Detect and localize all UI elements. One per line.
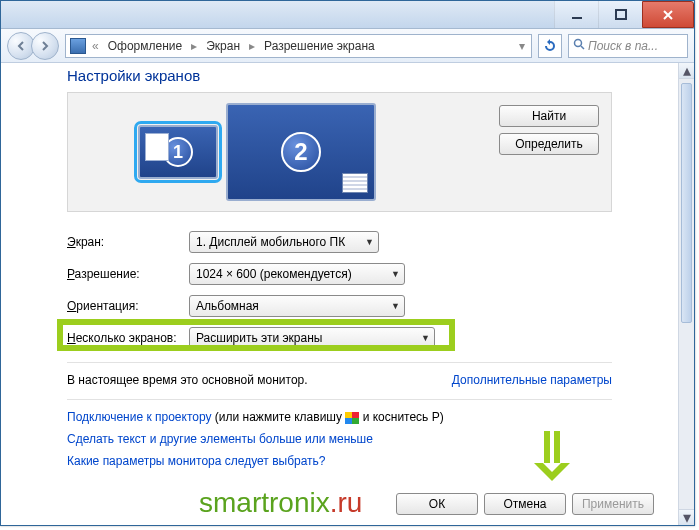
chevron-down-icon: ▼ xyxy=(365,237,374,247)
apply-button[interactable]: Применить xyxy=(572,493,654,515)
projector-link[interactable]: Подключение к проектору xyxy=(67,410,212,424)
which-params-link[interactable]: Какие параметры монитора следует выбрать… xyxy=(67,454,326,468)
svg-point-2 xyxy=(575,40,582,47)
page-title: Настройки экранов xyxy=(1,63,678,92)
primary-monitor-text: В настоящее время это основной монитор. xyxy=(67,373,308,387)
maximize-button[interactable] xyxy=(598,1,642,28)
forward-button[interactable] xyxy=(31,32,59,60)
close-button[interactable] xyxy=(642,1,694,28)
breadcrumb-item[interactable]: Экран xyxy=(203,38,243,54)
monitor-window-icon xyxy=(145,133,169,161)
display-preview: 1 2 Найти Определить xyxy=(67,92,612,212)
chevron-right-icon: ▸ xyxy=(247,39,257,53)
navbar: « Оформление ▸ Экран ▸ Разрешение экрана… xyxy=(1,29,694,63)
field-screen: Экран: 1. Дисплей мобильного ПК▼ xyxy=(1,226,678,258)
resolution-label: Разрешение: xyxy=(67,267,189,281)
preview-buttons: Найти Определить xyxy=(499,105,599,155)
field-resolution: Разрешение: 1024 × 600 (рекомендуется)▼ xyxy=(1,258,678,290)
svg-rect-1 xyxy=(616,10,626,19)
breadcrumb-sep: « xyxy=(90,39,101,53)
screen-label: Экран: xyxy=(67,235,189,249)
detect-button[interactable]: Определить xyxy=(499,133,599,155)
chevron-down-icon: ▼ xyxy=(391,301,400,311)
separator xyxy=(67,362,612,363)
monitors: 1 2 xyxy=(68,103,376,201)
orientation-label: Ориентация: xyxy=(67,299,189,313)
monitor-2[interactable]: 2 xyxy=(226,103,376,201)
control-panel-icon xyxy=(70,38,86,54)
search-icon xyxy=(573,38,585,53)
textsize-line: Сделать текст и другие элементы больше и… xyxy=(1,428,678,450)
chevron-down-icon[interactable]: ▾ xyxy=(517,39,527,53)
scroll-down-icon[interactable]: ▾ xyxy=(679,509,694,525)
chevron-right-icon: ▸ xyxy=(189,39,199,53)
chevron-down-icon: ▼ xyxy=(391,269,400,279)
forward-icon xyxy=(39,40,51,52)
search-placeholder: Поиск в па... xyxy=(588,39,658,53)
titlebar xyxy=(1,1,694,29)
projector-line: Подключение к проектору (или нажмите кла… xyxy=(1,406,678,428)
monitor-number: 2 xyxy=(281,132,321,172)
refresh-button[interactable] xyxy=(538,34,562,58)
minimize-button[interactable] xyxy=(554,1,598,28)
close-icon xyxy=(661,8,675,22)
refresh-icon xyxy=(543,39,557,53)
cancel-button[interactable]: Отмена xyxy=(484,493,566,515)
minimize-icon xyxy=(571,9,583,21)
breadcrumb-item[interactable]: Разрешение экрана xyxy=(261,38,378,54)
orientation-select[interactable]: Альбомная▼ xyxy=(189,295,405,317)
svg-rect-0 xyxy=(572,17,582,19)
separator xyxy=(67,399,612,400)
windows-key-icon xyxy=(345,412,359,424)
search-input[interactable]: Поиск в па... xyxy=(568,34,688,58)
maximize-icon xyxy=(615,9,627,21)
multiple-displays-select[interactable]: Расширить эти экраны▼ xyxy=(189,327,435,349)
scroll-up-icon[interactable]: ▴ xyxy=(679,63,694,79)
resolution-select[interactable]: 1024 × 600 (рекомендуется)▼ xyxy=(189,263,405,285)
find-button[interactable]: Найти xyxy=(499,105,599,127)
primary-monitor-info: В настоящее время это основной монитор. … xyxy=(1,369,678,391)
calendar-icon xyxy=(342,173,368,193)
chevron-down-icon: ▼ xyxy=(421,333,430,343)
breadcrumb-item[interactable]: Оформление xyxy=(105,38,185,54)
field-multiple-displays: Несколько экранов: Расширить эти экраны▼ xyxy=(1,322,678,354)
ok-button[interactable]: ОК xyxy=(396,493,478,515)
multiple-displays-label: Несколько экранов: xyxy=(67,331,189,345)
monitor-1[interactable]: 1 xyxy=(138,125,218,179)
textsize-link[interactable]: Сделать текст и другие элементы больше и… xyxy=(67,432,373,446)
field-orientation: Ориентация: Альбомная▼ xyxy=(1,290,678,322)
scrollbar[interactable]: ▴ ▾ xyxy=(678,63,694,525)
footer-buttons: ОК Отмена Применить xyxy=(396,493,654,515)
advanced-settings-link[interactable]: Дополнительные параметры xyxy=(452,373,612,387)
back-icon xyxy=(15,40,27,52)
scroll-thumb[interactable] xyxy=(681,83,692,323)
which-params-line: Какие параметры монитора следует выбрать… xyxy=(1,450,678,472)
content: Настройки экранов 1 2 Найти Определить Э… xyxy=(1,63,678,525)
address-bar[interactable]: « Оформление ▸ Экран ▸ Разрешение экрана… xyxy=(65,34,532,58)
window: « Оформление ▸ Экран ▸ Разрешение экрана… xyxy=(0,0,695,526)
screen-select[interactable]: 1. Дисплей мобильного ПК▼ xyxy=(189,231,379,253)
nav-buttons xyxy=(7,32,59,60)
